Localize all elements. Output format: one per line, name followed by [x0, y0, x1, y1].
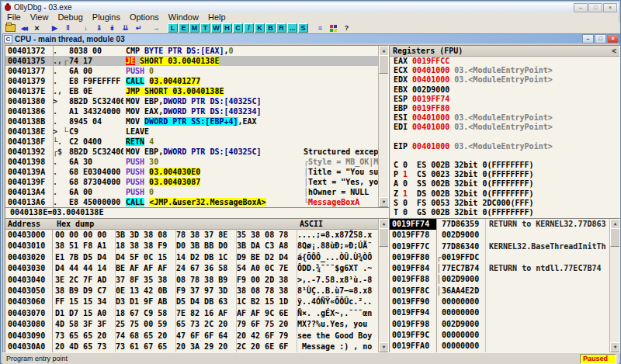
register-row[interactable]: P 1 CS 0023 32bit 0(FFFFFFFF) — [390, 170, 619, 179]
register-row[interactable] — [390, 151, 619, 161]
minimize-button[interactable]: – — [574, 3, 588, 12]
menu-item-plugins[interactable]: Plugins — [88, 12, 125, 23]
stack-row[interactable]: 0019FF8C│36AA4E2D — [390, 286, 619, 296]
stack-pane[interactable]: 0019FF7477D86359RETURN to KERNEL32.77D86… — [389, 218, 620, 353]
scroll-thumb[interactable] — [379, 228, 389, 247]
disasm-row[interactable]: 0040138E>└C9LEAVE — [5, 127, 388, 137]
stack-scrollbar[interactable]: ▲▼ — [609, 219, 619, 352]
register-row[interactable]: ECX 00401000 03.<ModuleEntryPoint> — [390, 66, 619, 75]
register-row[interactable]: T 0 GS 002B 32bit 0(FFFFFFFF) — [390, 208, 619, 217]
cpu-close-button[interactable]: × — [607, 34, 619, 43]
dump-row[interactable]: 004030A020 4D 65 7373 61 67 6520 3A 29 2… — [5, 341, 388, 352]
register-row[interactable]: EBX 002D9000 — [390, 85, 619, 95]
dump-row[interactable]: 0040309073 65 65 2074 68 65 2047 6F 6F 6… — [5, 331, 388, 341]
open-file-button[interactable] — [4, 23, 17, 33]
dump-row[interactable]: 00403020E1 7B D5 D4D4 5F 0C 1514 D2 DB 1… — [5, 252, 388, 263]
menu-item-debug[interactable]: Debug — [53, 12, 87, 23]
maximize-button[interactable]: □ — [588, 3, 602, 12]
disasm-row[interactable]: 00401372.8038 00CMP BYTE PTR DS:[EAX],0 — [5, 46, 388, 56]
register-row[interactable] — [390, 133, 619, 142]
disasm-row[interactable]: 0040137E.,EB 0EJMP SHORT 03.0040138E — [5, 86, 388, 96]
stack-row[interactable]: 0019FF80┌0019FFDC — [390, 252, 619, 263]
pause-button[interactable]: ‖ — [61, 23, 75, 33]
register-row[interactable]: Z 1 DS 002B 32bit 0(FFFFFFFF) — [390, 189, 619, 199]
toolbar-button-c[interactable]: C — [233, 23, 243, 33]
dump-row[interactable]: 0040301038 51 F8 A118 38 38 F9D0 3B BB D… — [5, 241, 388, 251]
dump-row[interactable]: 0040300000 00 00 003B 3D 38 0878 38 37 8… — [5, 230, 388, 241]
toolbar-button-k[interactable]: K — [255, 23, 265, 33]
disasm-row[interactable]: 004013A6.E8 45000000CALL <JMP.&user32.Me… — [5, 197, 388, 207]
execute-till-return-button[interactable]: ↵ — [132, 23, 145, 33]
toolbar-button-r[interactable]: R — [276, 23, 286, 33]
register-row[interactable]: C 0 ES 002B 32bit 0(FFFFFFFF) — [390, 161, 619, 170]
registers-collapse-button[interactable]: < — [612, 46, 616, 56]
disasm-row[interactable]: 004013A4.6A 00PUSH 0│hOwner = NULL — [5, 187, 388, 197]
stack-row[interactable]: 0019FFA000000000 — [390, 341, 619, 352]
dump-row[interactable]: 004030804D 58 3F 3F25 75 00 5965 73 2C 2… — [5, 319, 388, 330]
stack-row[interactable]: 0019FF7C77D86340KERNEL32.BaseThreadInitT… — [390, 241, 619, 252]
disasm-row[interactable]: 00401377.6A 00PUSH 0 — [5, 66, 388, 76]
menu-item-view[interactable]: View — [26, 12, 54, 23]
register-row[interactable]: EDX 00401000 03.<ModuleEntryPoint> — [390, 75, 619, 85]
toolbar-button-b[interactable]: B — [265, 23, 276, 33]
toolbar-button-dots[interactable]: ... — [287, 23, 297, 33]
register-row[interactable]: ESI 00401000 03.<ModuleEntryPoint> — [390, 113, 619, 123]
stack-row[interactable]: 0019FF78002D9000 — [390, 230, 619, 241]
step-over-button[interactable]: ⇓ — [92, 23, 106, 33]
register-row[interactable]: S 0 FS 0053 32bit 2DC000(FFF) — [390, 199, 619, 208]
toolbar-button-slash[interactable]: / — [244, 23, 254, 33]
register-row[interactable]: EBP 0019FF80 — [390, 104, 619, 113]
stack-row[interactable]: 0019FF98002D9000 — [390, 319, 619, 330]
disasm-row[interactable]: 00401379.E8 F9FEFFFFCALL 03.00401277 — [5, 76, 388, 86]
toolbar-button-s[interactable]: S — [298, 23, 308, 33]
toolbar-button-t[interactable]: T — [200, 23, 210, 33]
register-row[interactable]: EIP 00401000 03.<ModuleEntryPoint> — [390, 142, 619, 151]
disasm-row[interactable]: 0040138B.8945 04MOV DWORD PTR SS:[EBP+4]… — [5, 116, 388, 127]
menu-item-file[interactable]: File — [2, 12, 26, 23]
disasm-row[interactable]: 00401375.,┌74 17JE SHORT 03.0040138E — [5, 56, 388, 66]
animate-over-button[interactable]: ⇊ — [119, 23, 132, 33]
close-program-button[interactable]: × — [30, 23, 43, 33]
menu-item-options[interactable]: Options — [125, 12, 164, 23]
disasm-row[interactable]: 00401380>8B2D 5C324000MOV EBP,DWORD PTR … — [5, 96, 388, 106]
run-button[interactable]: ▶ — [48, 23, 61, 33]
disasm-row[interactable]: 00401398.6A 30PUSH 30┌Style = MB_OK|MB_ — [5, 157, 388, 167]
scroll-thumb[interactable] — [610, 228, 620, 247]
toolbar-button-w[interactable]: W — [211, 23, 221, 33]
dump-row[interactable]: 00403030D4 44 44 14BE AF AF AF24 67 36 5… — [5, 263, 388, 274]
scroll-down-button[interactable]: ▼ — [379, 197, 389, 207]
register-row[interactable]: EAX 0019FFCC — [390, 57, 619, 66]
disasm-row[interactable]: 0040139F.68 87304000PUSH 03.00403087│Tex… — [5, 177, 388, 187]
toolbar-button-l[interactable]: L — [168, 23, 178, 33]
stack-row[interactable]: 0019FF9000000000 — [390, 296, 619, 307]
stack-row[interactable]: 0019FF9400000000 — [390, 307, 619, 318]
windows-list-button[interactable]: ≡ — [314, 23, 327, 33]
dump-row[interactable]: 00403070D1 D7 15 A018 67 C9 587E 82 16 A… — [5, 308, 388, 319]
dump-scrollbar[interactable]: ▲▼ — [378, 219, 388, 352]
register-row[interactable]: A 0 SS 002B 32bit 0(FFFFFFFF) — [390, 179, 619, 189]
scroll-down-button[interactable]: ▼ — [610, 342, 620, 352]
cpu-title-bar[interactable]: C CPU - main thread, module 03 –□× — [3, 34, 619, 43]
menu-item-help[interactable]: Help — [203, 12, 231, 23]
scroll-down-button[interactable]: ▼ — [379, 342, 389, 352]
toolbar-button-e[interactable]: E — [179, 23, 189, 33]
register-row[interactable]: EDI 00401000 03.<ModuleEntryPoint> — [390, 123, 619, 132]
stack-row[interactable]: 0019FF84│77EC7B74RETURN to ntdll.77EC7B7… — [390, 263, 619, 274]
stack-row[interactable]: 0019FF9C00000000 — [390, 330, 619, 341]
disassembly-pane[interactable]: 00401372.8038 00CMP BYTE PTR DS:[EAX],00… — [5, 45, 389, 208]
register-row[interactable]: ESP 0019FF74 — [390, 95, 619, 104]
dump-row[interactable]: 004030403E 2C 7F AD37 8F 35 3808 78 38 B… — [5, 275, 388, 286]
disasm-row[interactable]: 0040139A.68 E0304000PUSH 03.004030E0│Tit… — [5, 167, 388, 177]
registers-pane[interactable]: Registers (FPU) < EAX 0019FFCCECX 004010… — [389, 45, 620, 219]
hex-dump-pane[interactable]: Address Hex dump ASCII 0040300000 00 00 … — [5, 218, 389, 353]
toolbar-button-h[interactable]: H — [222, 23, 232, 33]
step-into-button[interactable]: ↓ — [79, 23, 92, 33]
close-button[interactable]: × — [603, 3, 617, 12]
stack-row[interactable]: 0019FF88│002D9000 — [390, 274, 619, 285]
menu-item-window[interactable]: Window — [164, 12, 203, 23]
cpu-minimize-button[interactable]: – — [582, 34, 594, 43]
toolbar-button-m[interactable]: M — [189, 23, 199, 33]
disasm-scrollbar[interactable]: ▲▼ — [378, 46, 388, 207]
disasm-row[interactable]: 00401392┌$8B2D 5C324000MOV EBP,DWORD PTR… — [5, 147, 388, 157]
dump-row[interactable]: 00403060FF 15 15 34D3 D1 9F ABD5 D4 DB 6… — [5, 296, 388, 307]
